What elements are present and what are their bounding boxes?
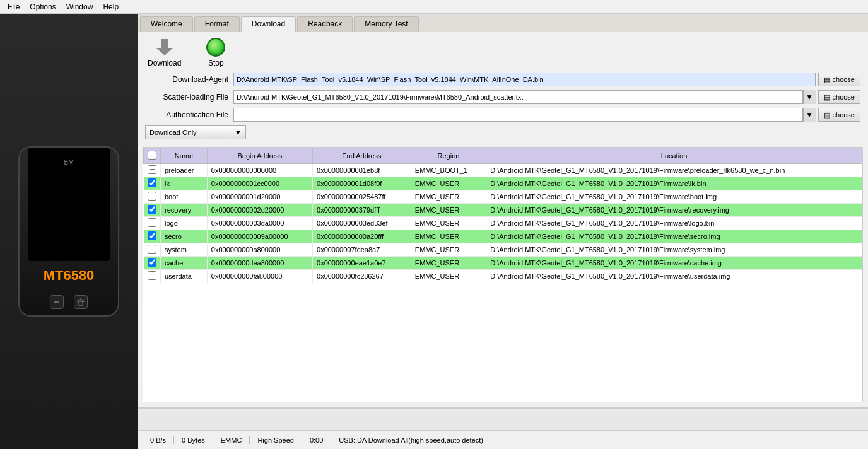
scatter-input[interactable] <box>233 90 803 104</box>
col-region: Region <box>411 148 486 164</box>
table-row: recovery0x00000000002d200000x00000000037… <box>144 204 862 217</box>
row-end: 0x00000000001eb8f <box>313 164 411 177</box>
row-location: D:\Android MTK\Geotel_G1_MT6580_V1.0_201… <box>486 243 862 257</box>
row-checkbox-cell <box>144 217 161 230</box>
row-checkbox[interactable] <box>148 245 156 254</box>
choose-label-da: choose <box>833 76 855 83</box>
phone-image: BM MT6580 <box>15 143 122 320</box>
row-location: D:\Android MTK\Geotel_G1_MT6580_V1.0_201… <box>486 230 862 243</box>
status-bar: 0 B/s 0 Bytes EMMC High Speed 0:00 USB: … <box>138 430 868 449</box>
auth-row: Authentication File ▼ ▤ choose <box>145 108 860 122</box>
row-name: cache <box>161 257 208 270</box>
row-checkbox-cell <box>144 164 161 177</box>
row-checkbox[interactable] <box>148 178 156 187</box>
status-speed: 0 B/s <box>143 436 174 444</box>
scatter-row: Scatter-loading File ▼ ▤ choose <box>145 90 860 104</box>
download-icon <box>155 37 175 57</box>
row-checkbox[interactable] <box>148 205 156 214</box>
stop-button[interactable]: Stop <box>200 37 232 67</box>
download-agent-label: Download-Agent <box>145 75 233 84</box>
tab-welcome[interactable]: Welcome <box>140 16 193 32</box>
mode-selector-row: Download Only ▼ <box>145 125 860 143</box>
main-content: Download Stop Download-Agent <box>138 32 868 407</box>
table-row: userdata0x000000000fa8000000x00000000fc2… <box>144 270 862 283</box>
row-location: D:\Android MTK\Geotel_G1_MT6580_V1.0_201… <box>486 164 862 177</box>
choose-icon-scatter: ▤ <box>824 93 830 102</box>
table-body: preloader0x0000000000000000x00000000001e… <box>144 164 862 283</box>
svg-marker-3 <box>78 299 84 301</box>
auth-dropdown-arrow[interactable]: ▼ <box>803 108 816 122</box>
choose-label-auth: choose <box>833 111 855 119</box>
auth-choose-button[interactable]: ▤ choose <box>818 108 860 122</box>
row-begin: 0x000000000000000 <box>207 164 312 177</box>
row-end: 0x00000000eae1a0e7 <box>313 257 411 270</box>
row-begin: 0x00000000003da0000 <box>207 217 312 230</box>
row-checkbox-cell <box>144 257 161 270</box>
col-end: End Address <box>313 148 411 164</box>
col-begin: Begin Address <box>207 148 312 164</box>
choose-icon-auth: ▤ <box>824 111 830 119</box>
row-end: 0x000000000025487ff <box>313 190 411 204</box>
tab-readback[interactable]: Readback <box>297 16 353 32</box>
auth-label: Authentication File <box>145 110 233 119</box>
phone-home-btn <box>74 295 88 309</box>
row-name: lk <box>161 177 208 190</box>
download-button[interactable]: Download <box>148 37 181 67</box>
phone-model-label: MT6580 <box>44 267 95 284</box>
row-region: EMMC_USER <box>411 217 486 230</box>
row-end: 0x00000000fc286267 <box>313 270 411 283</box>
row-checkbox[interactable] <box>148 231 156 240</box>
tab-memory-test[interactable]: Memory Test <box>354 16 418 32</box>
svg-rect-4 <box>161 39 168 48</box>
menubar: File Options Window Help <box>0 0 868 14</box>
row-checkbox-cell <box>144 190 161 204</box>
row-name: preloader <box>161 164 208 177</box>
row-checkbox-cell <box>144 230 161 243</box>
download-agent-input-wrapper <box>233 73 816 86</box>
status-message: USB: DA Download All(high speed,auto det… <box>331 436 863 444</box>
download-agent-input[interactable] <box>233 73 816 86</box>
menu-window[interactable]: Window <box>61 1 98 13</box>
menu-help[interactable]: Help <box>98 1 124 13</box>
stop-label: Stop <box>208 59 224 67</box>
scatter-input-wrapper: ▼ <box>233 90 816 104</box>
row-checkbox[interactable] <box>148 165 156 174</box>
progress-area <box>138 407 868 430</box>
menu-file[interactable]: File <box>3 1 25 13</box>
phone-brand-label: BM <box>64 159 74 166</box>
row-checkbox[interactable] <box>148 218 156 227</box>
row-checkbox[interactable] <box>148 258 156 267</box>
phone-body: BM MT6580 <box>18 146 119 317</box>
download-agent-row: Download-Agent ▤ choose <box>145 73 860 86</box>
row-begin: 0x000000000a800000 <box>207 243 312 257</box>
row-end: 0x00000000000a20fff <box>313 230 411 243</box>
tab-download[interactable]: Download <box>241 16 296 32</box>
row-begin: 0x00000000002d20000 <box>207 204 312 217</box>
form-section: Download-Agent ▤ choose Scatter-loading … <box>143 73 863 147</box>
row-checkbox-cell <box>144 177 161 190</box>
row-name: userdata <box>161 270 208 283</box>
phone-back-btn <box>50 295 64 309</box>
menu-options[interactable]: Options <box>25 1 61 13</box>
row-region: EMMC_USER <box>411 257 486 270</box>
row-location: D:\Android MTK\Geotel_G1_MT6580_V1.0_201… <box>486 190 862 204</box>
scatter-choose-button[interactable]: ▤ choose <box>818 90 860 104</box>
row-name: system <box>161 243 208 257</box>
mode-selector[interactable]: Download Only ▼ <box>145 125 246 139</box>
tab-format[interactable]: Format <box>194 16 240 32</box>
scatter-label: Scatter-loading File <box>145 93 233 102</box>
main-layout: BM MT6580 Welcome Format Download Readb <box>0 14 868 449</box>
row-region: EMMC_USER <box>411 230 486 243</box>
col-checkbox <box>144 148 161 164</box>
row-region: EMMC_USER <box>411 190 486 204</box>
download-agent-choose-button[interactable]: ▤ choose <box>818 73 860 86</box>
row-checkbox[interactable] <box>148 192 156 201</box>
download-label: Download <box>148 59 181 67</box>
mode-dropdown-arrow: ▼ <box>235 129 242 136</box>
row-checkbox[interactable] <box>148 271 156 280</box>
select-all-checkbox[interactable] <box>148 151 156 160</box>
auth-input[interactable] <box>233 108 803 122</box>
col-name: Name <box>161 148 208 164</box>
svg-rect-2 <box>79 301 83 305</box>
scatter-dropdown-arrow[interactable]: ▼ <box>803 90 816 104</box>
